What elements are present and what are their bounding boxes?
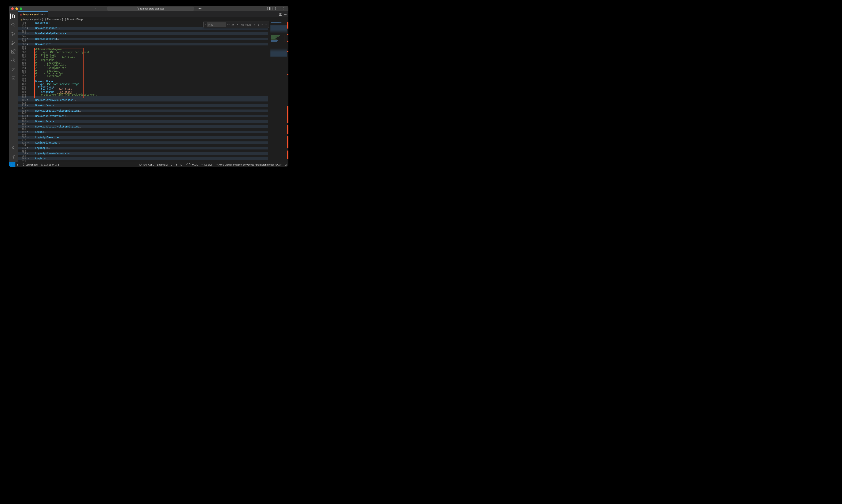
code-content[interactable]: LoginApiInvokePermission:…	[30, 152, 268, 155]
code-line[interactable]: 491	[18, 128, 268, 131]
extensions-icon[interactable]	[11, 49, 16, 54]
code-content[interactable]	[30, 46, 268, 48]
code-content[interactable]: BookApiOptions:…	[30, 38, 268, 40]
code-line[interactable]: 414> BookApiCreate:…	[18, 104, 268, 107]
code-content[interactable]: # RestApiId: !Ref BookApi	[30, 56, 268, 59]
settings-gear-icon[interactable]	[11, 154, 16, 159]
code-content[interactable]: LoginApiOptions:…	[30, 141, 268, 144]
find-whole-word-icon[interactable]: ab	[231, 23, 234, 26]
command-center[interactable]: fcj-book-store-sam-ws6	[107, 6, 194, 11]
status-go-live[interactable]: Go Live	[199, 163, 214, 166]
tab-close-icon[interactable]: ×	[44, 13, 46, 16]
fold-chevron-icon[interactable]: >	[26, 141, 30, 144]
code-content[interactable]: Properties:	[30, 85, 268, 88]
window-maximize-button[interactable]	[20, 7, 22, 10]
remote-indicator[interactable]	[9, 162, 15, 167]
code-line[interactable]: 339> BookDeleteApiResource:…	[18, 32, 268, 35]
code-content[interactable]: Login:…	[30, 131, 268, 133]
status-cursor-position[interactable]: Ln 405, Col 1	[138, 163, 155, 166]
code-content[interactable]: Register:…	[30, 157, 268, 160]
fold-chevron-icon[interactable]: >	[26, 104, 30, 107]
run-debug-icon[interactable]	[11, 40, 16, 45]
editor-body[interactable]: 94 Resources:331 332> BookApiResource:…3…	[18, 21, 288, 162]
code-content[interactable]	[30, 35, 268, 38]
code-line[interactable]: 492> Login:…	[18, 131, 268, 133]
find-match-case-icon[interactable]: Aa	[227, 23, 230, 26]
code-content[interactable]: BookApiGetInvokePermission:…	[30, 99, 268, 102]
code-content[interactable]: BookApiDeleteInvokePermission:…	[30, 125, 268, 128]
extension-indicator[interactable]: ▾	[198, 7, 202, 10]
fold-chevron-icon[interactable]: >	[26, 38, 30, 40]
status-language-mode[interactable]: { } YAML	[185, 163, 199, 166]
status-gitlens-icon[interactable]	[15, 163, 21, 166]
breadcrumb-file[interactable]: template.yaml	[23, 18, 39, 21]
layout-icon[interactable]	[267, 7, 270, 10]
find-prev-icon[interactable]: ↑	[253, 23, 256, 26]
find-close-icon[interactable]: ×	[264, 23, 268, 26]
toggle-panel-icon[interactable]	[278, 7, 281, 10]
breadcrumb-bookapistage[interactable]: BookApiStage	[67, 18, 83, 21]
generic-ext-icon-3[interactable]	[11, 76, 16, 81]
code-content[interactable]	[30, 139, 268, 141]
code-content[interactable]: BookApiDeleteOptions:…	[30, 115, 268, 118]
code-content[interactable]	[30, 112, 268, 115]
code-line[interactable]: 534	[18, 144, 268, 147]
find-in-selection-icon[interactable]: ≡	[260, 23, 264, 26]
code-content[interactable]: LoginApiResource:…	[30, 136, 268, 139]
code-line[interactable]: 400 Type: AWS::ApiGateway::Stage	[18, 83, 268, 86]
code-content[interactable]: BookApiGet:…	[30, 43, 268, 46]
code-line[interactable]: 575	[18, 160, 268, 162]
code-line[interactable]: 398	[18, 77, 268, 80]
toggle-secondary-sidebar-icon[interactable]	[283, 7, 286, 10]
code-content[interactable]: # - BookApiDelete	[30, 67, 268, 70]
code-line[interactable]: 562> Register:…	[18, 157, 268, 160]
minimap[interactable]	[270, 21, 288, 162]
code-content[interactable]: BookDeleteApiResource:…	[30, 32, 268, 35]
find-input[interactable]	[207, 22, 226, 27]
tab-template-yaml[interactable]: ▤ template.yaml 9+ ×	[18, 12, 48, 17]
code-line[interactable]: 346> BookApiOptions:…	[18, 38, 268, 40]
code-line[interactable]: 368> BookApiGet:…	[18, 43, 268, 46]
code-content[interactable]	[30, 117, 268, 120]
code-content[interactable]	[30, 128, 268, 131]
code-content[interactable]: Type: AWS::ApiGateway::Stage	[30, 83, 268, 86]
code-content[interactable]: # DeploymentId: !Ref BookApiDeployment	[30, 93, 268, 96]
code-content[interactable]: # - LoginApi	[30, 70, 268, 72]
code-content[interactable]: BookApiCreateInvokePermission:…	[30, 109, 268, 112]
status-encoding[interactable]: UTF-8	[169, 163, 179, 166]
fold-chevron-icon[interactable]: >	[26, 157, 30, 160]
accounts-icon[interactable]	[11, 145, 16, 150]
status-launchpad[interactable]: Launchpad	[21, 163, 39, 166]
code-content[interactable]	[30, 102, 268, 104]
fold-chevron-icon[interactable]: >	[26, 99, 30, 102]
code-line[interactable]: 397 # - ConfirmApi	[18, 75, 268, 77]
nav-forward-icon[interactable]: →	[101, 7, 103, 10]
code-line[interactable]: 484> BookApiDeleteInvokePermission:…	[18, 125, 268, 128]
code-content[interactable]	[30, 133, 268, 136]
explorer-icon[interactable]	[11, 14, 16, 19]
code-line[interactable]: 367	[18, 40, 268, 43]
status-problems[interactable]: 114 0 3	[39, 163, 61, 166]
code-line[interactable]: 535> LoginApi:…	[18, 147, 268, 149]
code-content[interactable]: BookApiDelete:…	[30, 120, 268, 123]
code-line[interactable]: 401 Properties:	[18, 85, 268, 88]
code-content[interactable]: # DependsOn:	[30, 59, 268, 61]
find-toggle-replace-icon[interactable]: ›	[204, 23, 207, 26]
code-content[interactable]: # - RegisterApi	[30, 72, 268, 75]
find-next-icon[interactable]: ↓	[256, 23, 260, 26]
generic-ext-icon-1[interactable]	[11, 58, 16, 63]
status-indentation[interactable]: Spaces: 2	[156, 163, 169, 166]
fold-chevron-icon[interactable]: >	[26, 147, 30, 149]
search-activity-icon[interactable]	[11, 22, 16, 28]
fold-chevron-icon[interactable]: >	[26, 136, 30, 139]
fold-chevron-icon[interactable]: >	[26, 120, 30, 123]
code-content[interactable]: BookApiCreate:…	[30, 104, 268, 107]
generic-ext-icon-2[interactable]	[11, 67, 16, 72]
code-line[interactable]: 433> BookApiCreateInvokePermission:…	[18, 109, 268, 112]
code-content[interactable]: # - ConfirmApi	[30, 75, 268, 77]
window-minimize-button[interactable]	[15, 7, 18, 10]
code-content[interactable]	[30, 40, 268, 43]
breadcrumb-resources[interactable]: Resources	[47, 18, 59, 21]
code-content[interactable]	[30, 155, 268, 158]
code-line[interactable]: 513> LoginApiOptions:…	[18, 141, 268, 144]
